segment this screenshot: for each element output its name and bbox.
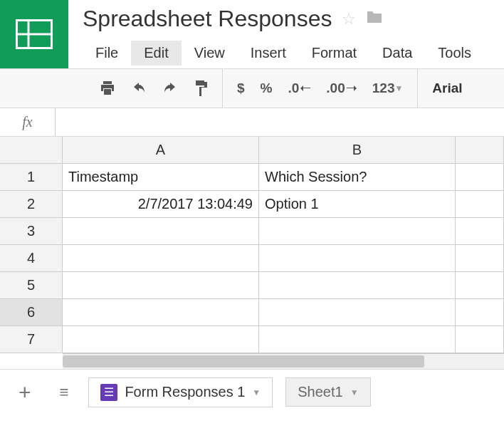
cell-c7[interactable]	[456, 326, 504, 353]
add-sheet-button[interactable]: +	[10, 380, 40, 405]
menu-edit[interactable]: Edit	[131, 41, 181, 66]
toolbar: $ % .0 .00 123 ▼ Arial	[0, 68, 504, 108]
star-icon[interactable]: ☆	[342, 10, 356, 28]
menu-view[interactable]: View	[182, 41, 238, 66]
folder-icon[interactable]	[366, 10, 383, 28]
sheet-tab-bar: + ≡ ☰ Form Responses 1 ▼ Sheet1 ▼	[0, 369, 504, 415]
row-header-6[interactable]: 6	[0, 299, 63, 326]
currency-button[interactable]: $	[237, 80, 245, 96]
cell-c3[interactable]	[456, 218, 504, 245]
row-header-3[interactable]: 3	[0, 218, 63, 245]
menu-tools[interactable]: Tools	[425, 41, 484, 66]
cell-a5[interactable]	[63, 272, 259, 299]
cell-a1[interactable]: Timestamp	[63, 164, 259, 191]
cell-b7[interactable]	[259, 326, 456, 353]
cell-b2[interactable]: Option 1	[259, 191, 456, 218]
menu-file[interactable]: File	[83, 41, 131, 66]
select-all-corner[interactable]	[0, 137, 63, 164]
formula-input[interactable]	[56, 108, 504, 136]
row-header-4[interactable]: 4	[0, 245, 63, 272]
spreadsheet-grid: A B 1 Timestamp Which Session? 2 2/7/201…	[0, 137, 504, 353]
cell-b6[interactable]	[259, 299, 456, 326]
cell-c2[interactable]	[456, 191, 504, 218]
font-select[interactable]: Arial	[432, 80, 462, 96]
row-header-7[interactable]: 7	[0, 326, 63, 353]
cell-a3[interactable]	[63, 218, 259, 245]
tab-label: Sheet1	[298, 384, 342, 400]
menu-format[interactable]: Format	[299, 41, 369, 66]
number-format-button[interactable]: 123 ▼	[372, 80, 404, 96]
tab-sheet1[interactable]: Sheet1 ▼	[285, 377, 370, 407]
form-icon: ☰	[100, 384, 117, 401]
cell-b5[interactable]	[259, 272, 456, 299]
cell-b4[interactable]	[259, 245, 456, 272]
paint-format-icon[interactable]	[194, 80, 208, 96]
cell-a7[interactable]	[63, 326, 259, 353]
tab-label: Form Responses 1	[125, 384, 245, 400]
app-logo	[0, 0, 68, 68]
menu-data[interactable]: Data	[369, 41, 425, 66]
tab-form-responses[interactable]: ☰ Form Responses 1 ▼	[88, 377, 273, 407]
cell-a2[interactable]: 2/7/2017 13:04:49	[63, 191, 259, 218]
scrollbar-thumb[interactable]	[63, 355, 424, 368]
chevron-down-icon[interactable]: ▼	[350, 387, 359, 397]
cell-b1[interactable]: Which Session?	[259, 164, 456, 191]
col-header-b[interactable]: B	[259, 137, 456, 164]
percent-button[interactable]: %	[261, 80, 273, 96]
undo-icon[interactable]	[131, 83, 147, 94]
all-sheets-button[interactable]: ≡	[53, 383, 76, 402]
menu-insert[interactable]: Insert	[238, 41, 299, 66]
chevron-down-icon: ▼	[394, 83, 403, 93]
doc-title[interactable]: Spreadsheet Responses	[83, 6, 332, 32]
cell-c6[interactable]	[456, 299, 504, 326]
cell-a4[interactable]	[63, 245, 259, 272]
row-header-5[interactable]: 5	[0, 272, 63, 299]
cell-b3[interactable]	[259, 218, 456, 245]
horizontal-scrollbar[interactable]	[63, 353, 504, 369]
cell-c4[interactable]	[456, 245, 504, 272]
row-header-1[interactable]: 1	[0, 164, 63, 191]
cell-c1[interactable]	[456, 164, 504, 191]
decrease-decimal-button[interactable]: .0	[288, 80, 310, 96]
formula-label: fx	[0, 108, 56, 136]
menu-bar: File Edit View Insert Format Data Tools	[83, 41, 504, 66]
cell-c5[interactable]	[456, 272, 504, 299]
redo-icon[interactable]	[162, 83, 178, 94]
col-header-blank[interactable]	[456, 137, 504, 164]
print-icon[interactable]	[100, 81, 115, 95]
increase-decimal-button[interactable]: .00	[326, 80, 356, 96]
row-header-2[interactable]: 2	[0, 191, 63, 218]
chevron-down-icon[interactable]: ▼	[252, 387, 261, 397]
col-header-a[interactable]: A	[63, 137, 259, 164]
cell-a6[interactable]	[63, 299, 259, 326]
